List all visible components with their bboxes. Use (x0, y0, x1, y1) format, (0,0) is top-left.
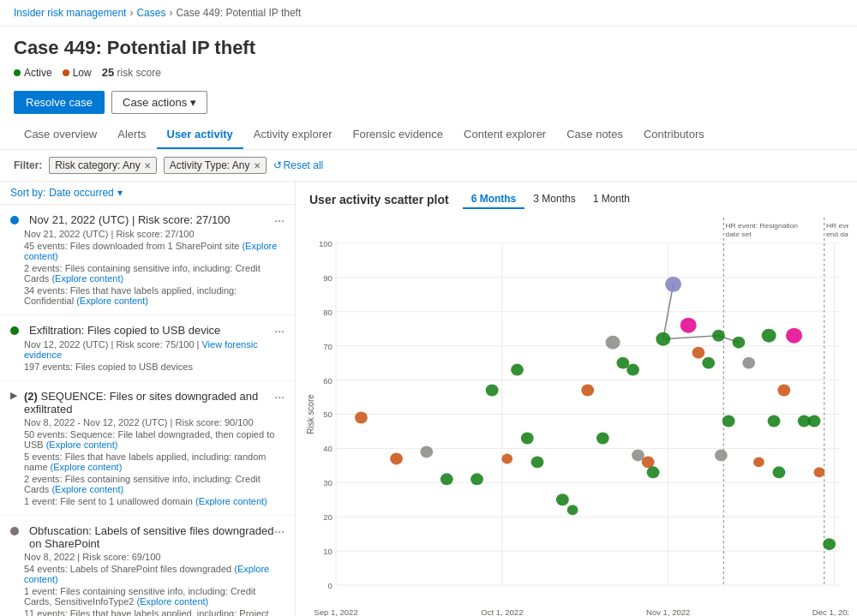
dots-menu-0[interactable]: ··· (274, 213, 285, 227)
svg-point-46 (501, 453, 512, 463)
activity-dot-1 (10, 326, 19, 335)
time-filter-3months[interactable]: 3 Months (524, 190, 584, 209)
svg-text:80: 80 (323, 308, 333, 317)
activity-date-meta-3: Nov 8, 2022 | Risk score: 69/100 (24, 552, 285, 562)
svg-text:Oct 1, 2022: Oct 1, 2022 (481, 608, 523, 616)
reset-label: Reset all (284, 159, 324, 171)
activity-dot-0 (10, 216, 19, 224)
page-header: Case 449: Potential IP theft Active Low … (0, 27, 857, 86)
activity-date-meta-0: Nov 21, 2022 (UTC) | Risk score: 27/100 (24, 229, 285, 239)
svg-text:60: 60 (323, 377, 333, 386)
breadcrumb-link-2[interactable]: Cases (136, 7, 165, 19)
status-severity-label: Low (73, 67, 92, 79)
sort-bar[interactable]: Sort by: Date occurred ▾ (0, 182, 295, 205)
activity-meta: 2 events: Files containing sensitive inf… (24, 474, 285, 494)
svg-text:10: 10 (323, 547, 333, 556)
tab-case-notes[interactable]: Case notes (556, 121, 633, 149)
dots-menu-1[interactable]: ··· (274, 324, 285, 338)
activity-list: Nov 21, 2022 (UTC) | Risk score: 27/100 … (0, 205, 295, 616)
action-row: Resolve case Case actions ▾ (0, 86, 857, 121)
activity-title-1: Exfiltration: Files copied to USB device (29, 324, 220, 337)
risk-score: 25 risk score (102, 66, 161, 79)
svg-point-64 (702, 357, 715, 369)
filter-chip-risk-category[interactable]: Risk category: Any ✕ (49, 157, 156, 174)
svg-point-59 (647, 466, 660, 478)
activity-title-3: Obfuscation: Labels of sensitive files d… (29, 524, 274, 550)
reset-all-button[interactable]: ↺ Reset all (273, 159, 324, 171)
svg-text:HR event: Resignation: HR event: Resignation (725, 222, 798, 230)
svg-point-66 (715, 449, 728, 461)
svg-text:Risk score: Risk score (305, 394, 315, 434)
svg-point-60 (656, 332, 670, 346)
activity-meta: 45 events: Files downloaded from 1 Share… (24, 241, 285, 261)
activity-header-2: ▶(2) SEQUENCE: Files or sites downgraded… (10, 390, 285, 416)
svg-point-69 (742, 357, 755, 369)
tab-user-activity[interactable]: User activity (157, 121, 243, 149)
filter-row: Filter: Risk category: Any ✕ Activity Ty… (0, 150, 857, 182)
scatter-plot: 0102030405060708090100Risk scoreSep 1, 2… (304, 209, 848, 616)
filter-chip-activity-type[interactable]: Activity Type: Any ✕ (164, 157, 267, 174)
dots-menu-3[interactable]: ··· (274, 524, 285, 538)
svg-point-50 (556, 493, 569, 505)
breadcrumb-link-1[interactable]: Insider risk management (14, 7, 126, 19)
activity-meta: 5 events: Files that have labels applied… (24, 452, 285, 472)
svg-point-44 (470, 473, 483, 485)
activity-meta: 1 event: File sent to 1 unallowed domain… (24, 496, 285, 506)
activity-item-3: Obfuscation: Labels of sensitive files d… (0, 516, 295, 616)
risk-score-value: 25 (102, 66, 114, 79)
status-row: Active Low 25 risk score (14, 66, 843, 79)
activity-dot-3 (10, 527, 19, 535)
expand-icon-2[interactable]: ▶ (10, 390, 17, 401)
tab-alerts[interactable]: Alerts (107, 121, 156, 149)
svg-text:HR event: Employment: HR event: Employment (826, 222, 848, 230)
svg-point-56 (626, 364, 639, 376)
right-panel: User activity scatter plot 6 Months 3 Mo… (296, 182, 857, 616)
tab-contributors[interactable]: Contributors (633, 121, 715, 149)
tab-case-overview[interactable]: Case overview (14, 121, 107, 149)
svg-text:date set: date set (725, 230, 752, 238)
svg-text:40: 40 (323, 446, 333, 454)
svg-point-65 (712, 330, 725, 342)
svg-point-48 (521, 432, 534, 444)
svg-point-68 (733, 337, 746, 349)
svg-point-43 (440, 473, 453, 485)
breadcrumb-current: Case 449: Potential IP theft (176, 7, 301, 19)
svg-point-72 (768, 415, 781, 427)
svg-point-78 (814, 467, 825, 477)
filter-chip-activity-close-icon[interactable]: ✕ (254, 161, 261, 170)
svg-point-67 (722, 415, 735, 427)
case-actions-button[interactable]: Case actions ▾ (111, 91, 207, 114)
dots-menu-2[interactable]: ··· (274, 390, 285, 404)
svg-line-38 (663, 336, 719, 339)
svg-text:20: 20 (323, 513, 333, 522)
time-filter-6months[interactable]: 6 Months (463, 190, 525, 209)
activity-meta: 34 events: Files that have labels applie… (24, 285, 285, 306)
activity-title-row-1: Exfiltration: Files copied to USB device (10, 324, 220, 337)
resolve-case-button[interactable]: Resolve case (14, 91, 105, 114)
main-content: Sort by: Date occurred ▾ Nov 21, 2022 (U… (0, 182, 857, 616)
filter-label: Filter: (14, 159, 42, 171)
svg-point-45 (486, 385, 499, 397)
svg-point-70 (753, 457, 764, 467)
activity-meta: 54 events: Labels of SharePoint files do… (24, 564, 285, 584)
sort-chevron-icon: ▾ (117, 187, 123, 199)
filter-chip-risk-close-icon[interactable]: ✕ (144, 161, 151, 170)
status-active-label: Active (24, 67, 52, 79)
svg-text:50: 50 (323, 411, 333, 420)
svg-point-75 (786, 328, 802, 344)
activity-date-meta-1: Nov 12, 2022 (UTC) | Risk score: 75/100 … (24, 339, 285, 360)
svg-text:90: 90 (323, 274, 333, 283)
time-filter-1month[interactable]: 1 Month (584, 190, 638, 209)
filter-chip-risk-label: Risk category: Any (55, 159, 140, 171)
breadcrumb: Insider risk management › Cases › Case 4… (0, 0, 857, 27)
chevron-down-icon: ▾ (190, 96, 196, 109)
tab-activity-explorer[interactable]: Activity explorer (243, 121, 343, 149)
tab-content-explorer[interactable]: Content explorer (453, 121, 556, 149)
svg-point-74 (777, 385, 790, 397)
svg-text:0: 0 (328, 582, 333, 590)
activity-header-1: Exfiltration: Files copied to USB device… (10, 324, 285, 338)
filter-chip-activity-label: Activity Type: Any (170, 159, 250, 171)
tabs-nav: Case overview Alerts User activity Activ… (0, 121, 857, 150)
tab-forensic-evidence[interactable]: Forensic evidence (343, 121, 454, 149)
activity-header-3: Obfuscation: Labels of sensitive files d… (10, 524, 285, 550)
